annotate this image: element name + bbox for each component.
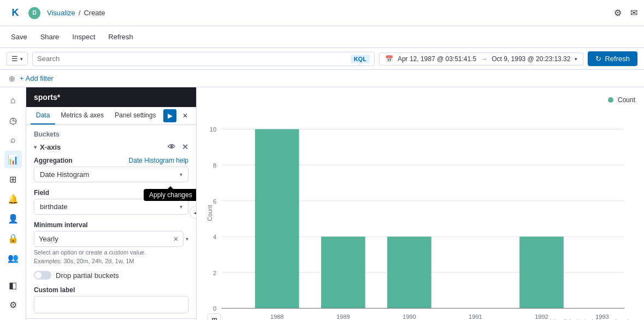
bar-1992[interactable] bbox=[519, 236, 564, 308]
user-avatar: D bbox=[28, 7, 40, 19]
custom-label-input[interactable] bbox=[34, 296, 188, 313]
x-axis-delete-icon[interactable]: ✕ bbox=[182, 143, 188, 151]
nav-chart-icon[interactable]: 📊 bbox=[4, 151, 22, 168]
aggregation-select[interactable]: Date Histogram ▾ bbox=[34, 167, 188, 182]
breadcrumb: Visualize / Create bbox=[47, 9, 105, 17]
index-chevron: ▾ bbox=[20, 56, 23, 62]
svg-text:4: 4 bbox=[213, 234, 216, 240]
settings-icon[interactable]: ⚙ bbox=[614, 8, 622, 18]
aggregation-label: Aggregation Date Histogram help bbox=[34, 157, 188, 164]
filter-icon: ⊕ bbox=[9, 74, 15, 83]
tab-panel-settings[interactable]: Panel settings bbox=[109, 107, 161, 125]
aggregation-help-link[interactable]: Date Histogram help bbox=[129, 157, 188, 164]
add-filter-button[interactable]: + Add filter bbox=[20, 74, 54, 82]
panel-body: Buckets ▾ X-axis 👁 ✕ Aggregation Date Hi… bbox=[26, 125, 196, 318]
date-range-picker[interactable]: 📅 Apr 12, 1987 @ 03:51:41.5 → Oct 9, 199… bbox=[379, 52, 584, 66]
table-view-icon[interactable]: ⊞ bbox=[208, 313, 221, 320]
panel-tab-actions: ▶ ✕ bbox=[163, 109, 192, 122]
nav-grid-icon[interactable]: ⊞ bbox=[4, 170, 22, 188]
tab-data[interactable]: Data bbox=[31, 107, 55, 125]
legend-label: Count bbox=[618, 96, 635, 104]
second-bar: Save Share Inspect Refresh bbox=[0, 26, 644, 48]
kql-badge[interactable]: KQL bbox=[351, 55, 370, 63]
mail-icon[interactable]: ✉ bbox=[630, 8, 637, 18]
index-selector[interactable]: ☰ ▾ bbox=[7, 52, 28, 66]
custom-label-label: Custom label bbox=[34, 286, 188, 294]
top-bar-icons: ⚙ ✉ bbox=[614, 8, 637, 18]
nav-menu-icon[interactable]: ≡ bbox=[4, 316, 22, 320]
app-logo: K bbox=[7, 4, 24, 22]
min-interval-clear-icon[interactable]: ✕ bbox=[173, 235, 179, 243]
custom-label-row: Custom label bbox=[34, 286, 188, 313]
nav-search-icon[interactable]: ⌕ bbox=[4, 131, 22, 149]
nav-stack-icon[interactable]: ◧ bbox=[4, 276, 22, 294]
svg-text:1988: 1988 bbox=[270, 313, 284, 320]
svg-text:1990: 1990 bbox=[403, 313, 416, 320]
drop-partial-row: Drop partial buckets bbox=[34, 271, 188, 280]
chart-area: Count 10 8 6 4 2 0 Count bbox=[197, 87, 644, 320]
refresh-button[interactable]: ↻ Refresh bbox=[588, 51, 637, 66]
panel-header: sports* bbox=[26, 87, 196, 107]
close-panel-button[interactable]: ✕ bbox=[179, 109, 192, 122]
field-select[interactable]: birthdate ▾ bbox=[34, 199, 188, 215]
chart-legend: Count bbox=[205, 96, 635, 104]
min-interval-chevron[interactable]: ▾ bbox=[186, 236, 188, 242]
svg-text:1992: 1992 bbox=[535, 313, 548, 320]
index-icon: ☰ bbox=[11, 55, 18, 63]
main-layout: ⌂ ◷ ⌕ 📊 ⊞ 🔔 👤 🔒 👥 ◧ ⚙ ≡ sports* Data Met… bbox=[0, 87, 644, 320]
svg-text:8: 8 bbox=[213, 162, 216, 169]
nav-users-icon[interactable]: 👤 bbox=[4, 210, 22, 227]
top-bar: K D Visualize / Create ⚙ ✉ bbox=[0, 0, 644, 26]
nav-home-icon[interactable]: ⌂ bbox=[4, 92, 22, 109]
svg-text:1989: 1989 bbox=[336, 313, 350, 320]
date-from: Apr 12, 1987 @ 03:51:41.5 bbox=[398, 55, 476, 63]
bar-1988[interactable] bbox=[255, 129, 299, 309]
legend-dot bbox=[608, 97, 613, 103]
search-input[interactable] bbox=[37, 55, 348, 63]
inspect-button[interactable]: Inspect bbox=[70, 33, 97, 41]
bar-1990[interactable] bbox=[387, 236, 432, 308]
tab-metrics-axes[interactable]: Metrics & axes bbox=[55, 107, 109, 125]
nav-alert-icon[interactable]: 🔔 bbox=[4, 190, 22, 208]
date-to: Oct 9, 1993 @ 20:23:13.32 bbox=[492, 55, 570, 63]
drop-partial-toggle[interactable] bbox=[34, 271, 51, 280]
min-interval-row: Minimum interval Yearly ✕ ▾ Select an op… bbox=[34, 221, 188, 264]
x-axis-eye-icon[interactable]: 👁 bbox=[168, 143, 175, 151]
run-button[interactable]: ▶ bbox=[163, 109, 176, 122]
search-container: KQL bbox=[32, 52, 375, 66]
svg-text:6: 6 bbox=[213, 198, 216, 205]
refresh-label: Refresh bbox=[605, 55, 630, 63]
share-button[interactable]: Share bbox=[38, 33, 62, 41]
chart-svg: 10 8 6 4 2 0 Count bbox=[205, 108, 635, 320]
date-arrow: → bbox=[481, 55, 487, 63]
min-interval-select[interactable]: Yearly ✕ bbox=[34, 231, 184, 247]
buckets-label: Buckets bbox=[34, 131, 188, 138]
x-axis-label: X-axis bbox=[40, 143, 61, 151]
filter-bar: ☰ ▾ KQL 📅 Apr 12, 1987 @ 03:51:41.5 → Oc… bbox=[0, 48, 644, 70]
panel: sports* Data Metrics & axes Panel settin… bbox=[26, 87, 197, 320]
toggle-knob bbox=[35, 272, 42, 278]
drop-partial-label: Drop partial buckets bbox=[56, 271, 119, 280]
date-chevron: ▾ bbox=[575, 56, 577, 62]
nav-sidebar: ⌂ ◷ ⌕ 📊 ⊞ 🔔 👤 🔒 👥 ◧ ⚙ ≡ bbox=[0, 87, 26, 320]
nav-person-icon[interactable]: 👥 bbox=[4, 249, 22, 266]
nav-clock-icon[interactable]: ◷ bbox=[4, 111, 22, 129]
apply-changes-tooltip: Apply changes bbox=[144, 189, 197, 201]
calendar-icon: 📅 bbox=[385, 55, 393, 63]
aggregation-row: Aggregation Date Histogram help Date His… bbox=[34, 157, 188, 182]
save-button[interactable]: Save bbox=[9, 33, 29, 41]
breadcrumb-visualize[interactable]: Visualize bbox=[47, 9, 75, 17]
svg-text:0: 0 bbox=[213, 306, 216, 312]
svg-text:1991: 1991 bbox=[469, 313, 482, 320]
bar-1989[interactable] bbox=[321, 236, 365, 308]
nav-settings-icon[interactable]: ⚙ bbox=[4, 296, 22, 313]
x-axis-section: ▾ X-axis 👁 ✕ bbox=[34, 143, 188, 151]
field-chevron: ▾ bbox=[180, 204, 182, 210]
refresh-top-button[interactable]: Refresh bbox=[106, 33, 135, 41]
nav-security-icon[interactable]: 🔒 bbox=[4, 229, 22, 247]
chart-container: 10 8 6 4 2 0 Count bbox=[205, 108, 635, 320]
svg-text:2: 2 bbox=[213, 270, 216, 276]
min-interval-hint: Select an option or create a custom valu… bbox=[34, 249, 188, 256]
refresh-icon: ↻ bbox=[595, 55, 601, 63]
x-axis-chevron[interactable]: ▾ bbox=[34, 144, 37, 150]
